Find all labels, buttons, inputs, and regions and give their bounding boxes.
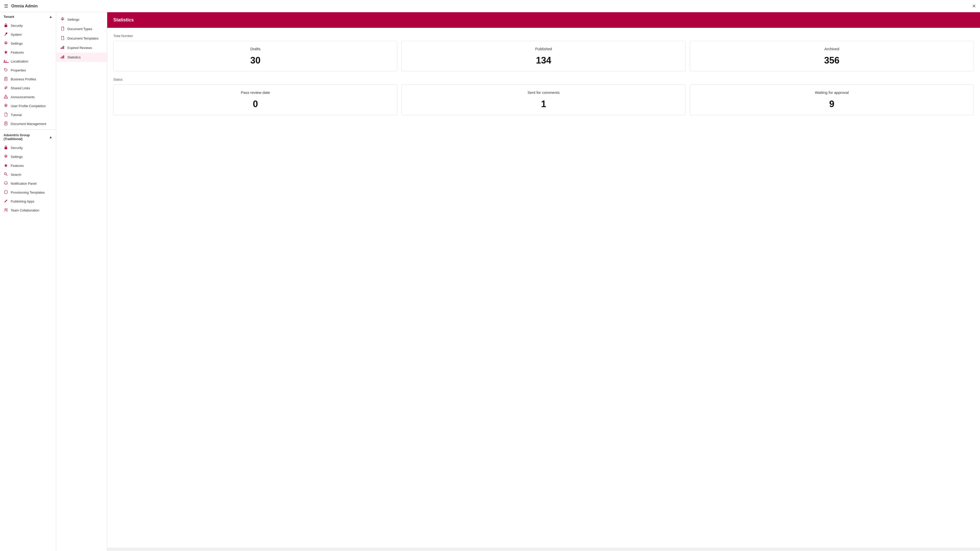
tenant-section-header[interactable]: Tenant ▲ — [0, 12, 56, 21]
sidebar-item-adv-publishing[interactable]: Publishing Apps — [0, 197, 56, 206]
sidebar-item-adv-provisioning[interactable]: Provisioning Templates — [0, 188, 56, 197]
svg-point-23 — [5, 209, 6, 210]
stat-card-label: Drafts — [250, 47, 261, 51]
tenant-label: Tenant — [3, 15, 14, 19]
svg-rect-28 — [63, 46, 64, 49]
svg-line-20 — [6, 175, 8, 176]
sidebar-item-label: Security — [11, 146, 23, 150]
secondary-nav-item-settings[interactable]: Settings — [56, 15, 107, 24]
secondary-nav-label: Statistics — [67, 56, 81, 59]
adv-features-icon — [3, 163, 8, 168]
localization-icon: Az — [3, 59, 8, 64]
sidebar-item-label: Team Collaboration — [11, 208, 39, 212]
svg-point-19 — [4, 173, 6, 175]
main-layout: Tenant ▲ SecuritySystemSettingsFeaturesA… — [0, 12, 980, 551]
shared-links-icon — [3, 86, 8, 91]
adv-settings-icon — [3, 154, 8, 159]
secondary-nav-label: Document Templates — [67, 37, 99, 40]
sidebar-item-properties[interactable]: Properties — [0, 66, 56, 75]
svg-point-25 — [62, 19, 63, 20]
svg-point-1 — [5, 43, 6, 44]
adventrix-section-header[interactable]: Adventrix Group (Traditional) ▲ — [0, 130, 56, 143]
content-area: Statistics Total Number Drafts30Publishe… — [107, 12, 980, 551]
stat-card-label: Published — [535, 47, 552, 51]
svg-rect-29 — [61, 57, 62, 59]
total-cards-row: Drafts30Published134Archived356 — [113, 41, 974, 71]
sidebar-item-document-management[interactable]: Document Management — [0, 119, 56, 128]
sidebar-item-business-profiles[interactable]: Business Profiles — [0, 75, 56, 84]
section-header-title: Statistics — [113, 17, 134, 22]
tenant-items-container: SecuritySystemSettingsFeaturesAzLocaliza… — [0, 21, 56, 128]
tenant-collapse-icon[interactable]: ▲ — [49, 15, 52, 19]
stat-card-waiting-approval: Waiting for approval9 — [690, 84, 974, 115]
app-title: Omnia Admin — [11, 4, 38, 8]
secondary-nav-item-document-templates[interactable]: Document Templates — [56, 34, 107, 43]
sidebar-item-tutorial[interactable]: Tutorial — [0, 110, 56, 119]
secondary-nav-label: Document Types — [67, 27, 92, 31]
sidebar-item-adv-features[interactable]: Features — [0, 161, 56, 170]
sidebar-item-label: System — [11, 33, 22, 37]
adventrix-collapse-icon[interactable]: ▲ — [49, 135, 52, 139]
adv-provisioning-icon — [3, 190, 8, 195]
topbar-left: ☰ Omnia Admin — [4, 3, 38, 9]
sidebar-item-localization[interactable]: AzLocalization — [0, 57, 56, 66]
secondary-nav-label: Expired Reviews — [67, 46, 92, 50]
close-button[interactable]: ✕ — [972, 3, 976, 9]
settings-nav-icon — [60, 17, 65, 22]
sidebar-item-adv-notification[interactable]: Notification Panel — [0, 179, 56, 188]
total-number-label: Total Number — [113, 34, 974, 38]
secondary-nav-item-statistics[interactable]: Statistics — [56, 52, 107, 62]
hamburger-icon[interactable]: ☰ — [4, 3, 8, 9]
svg-rect-13 — [5, 122, 7, 125]
adv-security-icon — [3, 145, 8, 150]
status-cards-row: Pass review date0Sent for comments1Waiti… — [113, 84, 974, 115]
stat-card-drafts: Drafts30 — [113, 41, 397, 71]
sidebar-item-security[interactable]: Security — [0, 21, 56, 30]
svg-point-11 — [6, 97, 6, 98]
sidebar-item-system[interactable]: System — [0, 30, 56, 39]
svg-rect-0 — [5, 25, 7, 27]
svg-point-18 — [5, 156, 6, 157]
svg-marker-22 — [4, 190, 7, 194]
sidebar-item-settings[interactable]: Settings — [0, 39, 56, 48]
stat-card-value: 9 — [829, 99, 834, 110]
sidebar-item-shared-links[interactable]: Shared Links — [0, 84, 56, 93]
stat-card-value: 134 — [536, 55, 551, 66]
sidebar-item-adv-search[interactable]: Search — [0, 170, 56, 179]
stat-card-value: 0 — [253, 99, 258, 110]
stat-card-published: Published134 — [401, 41, 686, 71]
stat-card-value: 30 — [250, 55, 261, 66]
tutorial-icon — [3, 113, 8, 118]
sidebar-item-label: Document Management — [11, 122, 46, 126]
sidebar-item-user-profile-completion[interactable]: User Profile Completion — [0, 102, 56, 110]
sidebar-item-adv-security[interactable]: Security — [0, 143, 56, 152]
sidebar-item-adv-settings[interactable]: Settings — [0, 152, 56, 161]
svg-rect-31 — [63, 56, 64, 59]
sidebar-item-label: Features — [11, 164, 24, 168]
business-profiles-icon — [3, 77, 8, 82]
secondary-nav-item-expired-reviews[interactable]: Expired Reviews — [56, 43, 107, 52]
svg-rect-14 — [5, 122, 6, 122]
stat-card-label: Waiting for approval — [815, 90, 849, 95]
adventrix-items-container: SecuritySettingsFeaturesSearchNotificati… — [0, 143, 56, 215]
svg-rect-26 — [61, 48, 62, 49]
svg-point-12 — [5, 105, 6, 106]
features-icon — [3, 50, 8, 55]
sidebar-item-features[interactable]: Features — [0, 48, 56, 57]
sidebar-item-label: Security — [11, 24, 23, 27]
sidebar-item-label: Notification Panel — [11, 182, 37, 186]
sidebar-item-announcements[interactable]: Announcements — [0, 93, 56, 102]
sidebar-item-label: Tutorial — [11, 113, 22, 117]
properties-icon — [3, 68, 8, 73]
sidebar-item-adv-team[interactable]: Team Collaboration — [0, 206, 56, 215]
status-label: Status — [113, 78, 974, 81]
svg-rect-17 — [5, 147, 7, 149]
adv-search-icon — [3, 172, 8, 177]
stat-card-value: 1 — [541, 99, 546, 110]
bottom-scrollbar[interactable] — [107, 548, 980, 551]
expired-reviews-nav-icon — [60, 45, 65, 50]
secondary-nav-items-container: SettingsDocument TypesDocument Templates… — [56, 15, 107, 62]
secondary-nav-item-document-types[interactable]: Document Types — [56, 24, 107, 34]
adv-publishing-icon — [3, 199, 8, 204]
stat-card-label: Archived — [824, 47, 839, 51]
